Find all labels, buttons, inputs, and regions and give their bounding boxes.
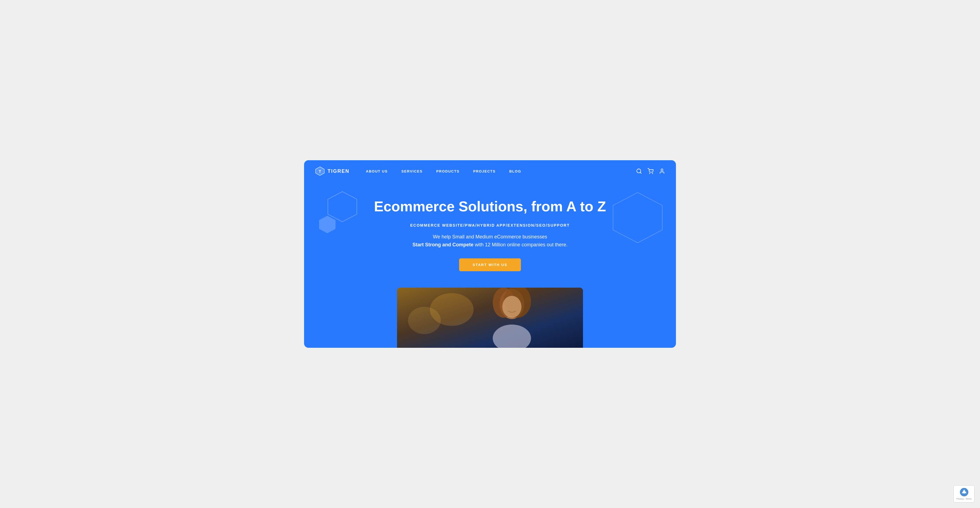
hero-description-bold: Start Strong and Compete bbox=[412, 242, 473, 247]
hero-description-rest: with 12 Million online companies out the… bbox=[473, 242, 567, 247]
page-wrapper: T TIGREN ABOUT US SERVICES PRODUCTS PROJ… bbox=[293, 152, 687, 356]
svg-marker-8 bbox=[319, 216, 336, 233]
nav-services[interactable]: SERVICES bbox=[401, 169, 423, 174]
recaptcha-icon bbox=[960, 488, 969, 497]
nav-icons bbox=[636, 168, 665, 174]
nav-projects[interactable]: PROJECTS bbox=[473, 169, 495, 174]
svg-line-3 bbox=[640, 172, 641, 174]
svg-point-5 bbox=[652, 174, 653, 174]
hero-image-overlay bbox=[397, 288, 583, 348]
account-icon bbox=[659, 168, 665, 174]
svg-point-19 bbox=[963, 492, 965, 494]
brand-name: TIGREN bbox=[328, 169, 350, 174]
hero-section: Ecommerce Solutions, from A to Z ECOMMER… bbox=[304, 182, 676, 347]
cart-button[interactable] bbox=[648, 168, 654, 174]
svg-point-16 bbox=[502, 296, 522, 318]
captcha-badge: Privacy - Terms bbox=[953, 485, 975, 503]
hex-decoration-left-solid bbox=[318, 215, 337, 234]
captcha-text: Privacy - Terms bbox=[956, 498, 972, 500]
cart-icon bbox=[648, 168, 654, 174]
hero-image-container bbox=[315, 288, 665, 348]
search-icon bbox=[636, 168, 642, 174]
main-card: T TIGREN ABOUT US SERVICES PRODUCTS PROJ… bbox=[304, 160, 676, 347]
svg-text:T: T bbox=[319, 169, 321, 174]
nav-links: ABOUT US SERVICES PRODUCTS PROJECTS BLOG bbox=[366, 169, 636, 174]
nav-blog[interactable]: BLOG bbox=[509, 169, 521, 174]
cta-button[interactable]: START WITH US bbox=[459, 258, 521, 271]
svg-marker-9 bbox=[613, 193, 662, 243]
hex-decoration-right bbox=[610, 190, 665, 245]
svg-point-4 bbox=[649, 174, 650, 174]
logo-icon: T bbox=[315, 166, 325, 176]
account-button[interactable] bbox=[659, 168, 665, 174]
search-button[interactable] bbox=[636, 168, 642, 174]
nav-about-us[interactable]: ABOUT US bbox=[366, 169, 388, 174]
svg-point-6 bbox=[661, 169, 663, 171]
navbar: T TIGREN ABOUT US SERVICES PRODUCTS PROJ… bbox=[304, 160, 676, 182]
nav-products[interactable]: PRODUCTS bbox=[436, 169, 460, 174]
logo-link[interactable]: T TIGREN bbox=[315, 166, 350, 176]
hero-image bbox=[397, 288, 583, 348]
svg-point-12 bbox=[408, 307, 441, 334]
hero-description-line1: We help Small and Medium eCommerce busin… bbox=[433, 234, 547, 239]
